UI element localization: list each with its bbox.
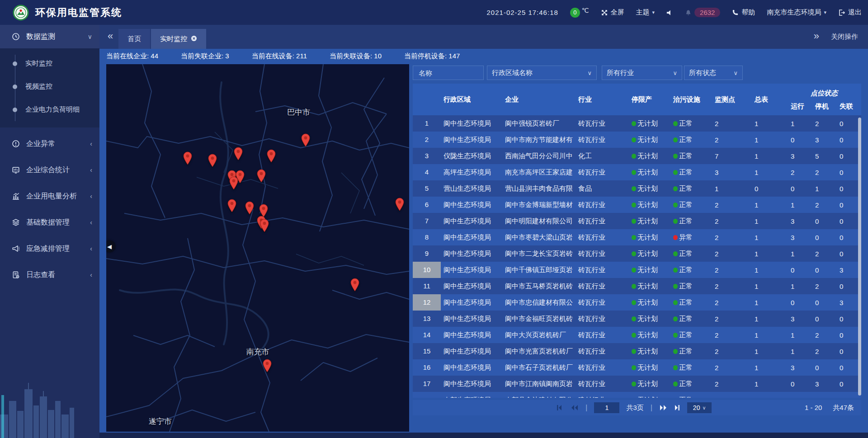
sidebar-group-4[interactable]: 基础数据管理‹ (0, 212, 99, 232)
tabs-scroll-left-icon[interactable]: « (99, 31, 118, 43)
status-select[interactable]: 所有状态∨ (684, 66, 743, 80)
cell-stop-production: 无计划 (629, 282, 670, 291)
cell-disconnected: 0 (837, 120, 860, 127)
table-row[interactable]: 17阆中生态环境局阆中市江南镇阆南页岩砖瓦行业无计划正常21030 (413, 376, 861, 392)
table-row[interactable]: 15阆中生态环境局阆中市光富页岩机砖厂砖瓦行业无计划正常21120 (413, 343, 861, 359)
col-point-status-group: 点位状态 运行 停机 失联 (788, 84, 860, 115)
tabs-scroll-right-icon[interactable]: » (814, 31, 819, 43)
sidebar-group-5[interactable]: 应急减排管理‹ (0, 239, 99, 259)
last-page-button[interactable] (674, 405, 680, 411)
layers-icon (12, 218, 20, 226)
table-row[interactable]: 10阆中生态环境局阆中千佛镇五郎垭页岩砖瓦行业无计划正常21003 (413, 262, 861, 278)
cell-stop-production: 无计划 (629, 396, 670, 398)
tab-close-icon[interactable] (191, 35, 197, 43)
table-row[interactable]: 2阆中生态环境局阆中市南方节能建材有砖瓦行业无计划正常21030 (413, 132, 861, 148)
map-marker-13[interactable] (259, 219, 269, 232)
sidebar-item-0-1[interactable]: 视频监控 (0, 75, 99, 98)
table-row[interactable]: 12阆中生态环境局阆中市忠信建材有限公砖瓦行业无计划正常21003 (413, 294, 861, 311)
table-row[interactable]: 11阆中生态环境局阆中市五马桥页岩机砖砖瓦行业无计划正常21120 (413, 278, 861, 294)
map-marker-10[interactable] (245, 201, 255, 215)
page-number-input[interactable]: 1 (594, 402, 619, 413)
table-row[interactable]: 9阆中生态环境局阆中市二龙长宝页岩砖砖瓦行业无计划正常21120 (413, 245, 861, 262)
cell-company: 南充市高坪区王家店建 (502, 168, 576, 177)
notifications[interactable]: 2632 (685, 8, 720, 17)
divider: | (585, 403, 587, 412)
chevron-left-icon: ‹ (90, 166, 92, 174)
sidebar-group-label: 企业异常 (26, 139, 90, 149)
map-marker-14[interactable] (395, 198, 405, 211)
close-operations-button[interactable]: 关闭操作 (831, 33, 858, 41)
main-content: 当前在线企业: 44当前失联企业: 3当前在线设备: 211当前失联设备: 10… (99, 49, 868, 438)
map-marker-7[interactable] (256, 169, 266, 183)
row-index: 2 (413, 132, 441, 148)
page-size-select[interactable]: 20∨ (687, 402, 712, 413)
table-row[interactable]: 5营山生态环境局营山县润丰肉食品有限食品无计划正常10010 (413, 180, 861, 197)
mute-button[interactable] (666, 9, 673, 16)
next-page-button[interactable] (659, 405, 667, 411)
cell-treatment-facility: 正常 (670, 380, 712, 388)
stats-bar: 当前在线企业: 44当前失联企业: 3当前在线设备: 211当前失联设备: 10… (106, 52, 460, 61)
map-marker-9[interactable] (227, 199, 237, 212)
table-row[interactable]: 4高坪生态环境局南充市高坪区王家店建砖瓦行业无计划正常31220 (413, 164, 861, 180)
chevron-down-icon: ∨ (733, 70, 738, 76)
sidebar-group-1[interactable]: 企业异常‹ (0, 134, 99, 154)
map-marker-0[interactable] (183, 151, 193, 165)
first-page-button[interactable] (557, 405, 564, 411)
map-canvas[interactable] (106, 64, 409, 432)
sidebar-group-2[interactable]: 企业综合统计‹ (0, 160, 99, 180)
sidebar-group-3[interactable]: 企业用电量分析‹ (0, 186, 99, 206)
status-dot-green (673, 381, 678, 386)
map-marker-16[interactable] (262, 359, 272, 372)
table-row[interactable]: 1阆中生态环境局阆中强锐页岩砖厂砖瓦行业无计划正常21120 (413, 115, 861, 132)
tab-0[interactable]: 首页 (118, 29, 150, 49)
map-marker-15[interactable] (350, 278, 360, 292)
table-row[interactable]: 13阆中生态环境局阆中市金福旺页岩机砖砖瓦行业无计划正常21300 (413, 311, 861, 327)
status-dot-green (673, 333, 678, 338)
name-search-field[interactable] (413, 66, 484, 80)
cell-running: 2 (788, 169, 812, 176)
status-dot-green (673, 300, 678, 305)
cell-running: 1 (788, 201, 812, 209)
map-pin-icon (259, 219, 269, 232)
divider: | (651, 403, 652, 412)
last-page-icon (674, 405, 680, 411)
table-row[interactable]: 8阆中生态环境局阆中市枣碧大梁山页岩砖瓦行业无计划异常21300 (413, 229, 861, 245)
bell-icon (685, 9, 692, 16)
table-row[interactable]: 14阆中生态环境局阆中大兴页岩机砖厂砖瓦行业无计划正常21120 (413, 327, 861, 343)
help-button[interactable]: 帮助 (732, 8, 755, 17)
previous-page-button[interactable] (571, 405, 579, 411)
cell-company: 阆中市五马桥页岩机砖 (502, 282, 576, 291)
cell-stop-production: 无计划 (629, 363, 670, 372)
theme-dropdown[interactable]: 主题▾ (636, 8, 655, 17)
org-dropdown[interactable]: 南充市生态环境局▾ (767, 8, 826, 17)
city-skyline-decoration (0, 348, 99, 438)
tab-1[interactable]: 实时监控 (151, 29, 206, 49)
table-row[interactable]: 7阆中生态环境局阆中明阳建材有限公司砖瓦行业无计划正常21300 (413, 213, 861, 229)
map-marker-2[interactable] (233, 147, 243, 160)
industry-select[interactable]: 所有行业∨ (602, 66, 682, 80)
status-dot-green (632, 349, 636, 354)
table-row[interactable]: 16阆中生态环境局阆中市石子页岩机砖厂砖瓦行业无计划正常21300 (413, 359, 861, 376)
cell-company: 营山县润丰肉食品有限 (502, 184, 576, 193)
map-marker-8[interactable] (229, 176, 239, 190)
message-count-badge: 2632 (694, 8, 720, 17)
map-marker-3[interactable] (266, 149, 276, 163)
region-select[interactable]: 行政区域名称∨ (487, 66, 597, 80)
table-row[interactable]: 6阆中生态环境局阆中市金博瑞新型墙材砖瓦行业无计划正常21120 (413, 197, 861, 213)
name-search-input[interactable] (418, 69, 479, 77)
table-row[interactable]: 18南部生态环境局南部县鑫达建材有限公建材行业无计划正常20060 (413, 392, 861, 398)
table-scrollbar-thumb[interactable] (858, 118, 861, 396)
sidebar-group-6[interactable]: 日志查看‹ (0, 265, 99, 285)
sidebar-item-0-0[interactable]: 实时监控 (0, 52, 99, 75)
sidebar-item-0-2[interactable]: 企业电力负荷明细 (0, 98, 99, 121)
logout-button[interactable]: 退出 (838, 8, 862, 17)
table-body: 1阆中生态环境局阆中强锐页岩砖厂砖瓦行业无计划正常211202阆中生态环境局阆中… (413, 115, 861, 398)
cell-disconnected: 0 (837, 396, 860, 398)
cell-company: 阆中市江南镇阆南页岩 (502, 380, 576, 388)
sidebar-group-0[interactable]: 数据监测∨ (0, 25, 99, 48)
chevron-left-icon: ‹ (90, 271, 92, 278)
map-marker-1[interactable] (208, 154, 217, 167)
fullscreen-button[interactable]: 全屏 (601, 8, 624, 17)
table-row[interactable]: 3仪陇生态环境局西南油气田分公司川中化工无计划正常71350 (413, 148, 861, 164)
map-marker-4[interactable] (301, 133, 311, 147)
